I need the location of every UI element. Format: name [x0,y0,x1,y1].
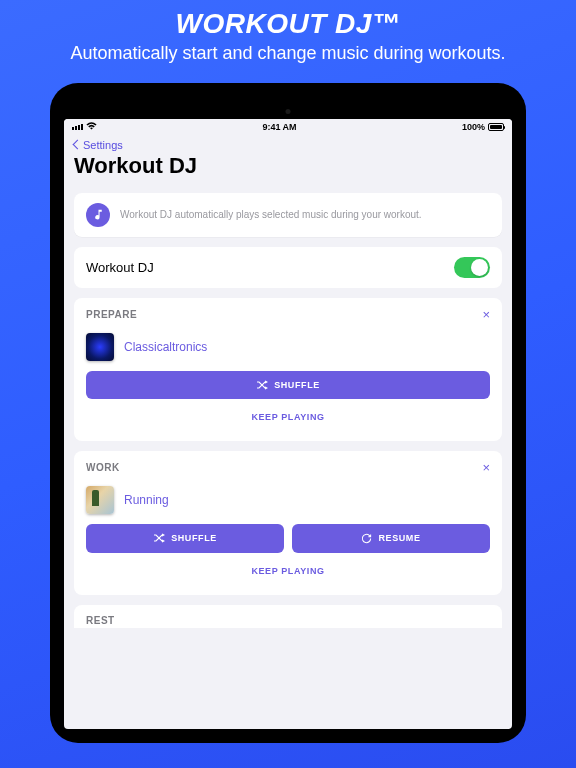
prepare-playlist-name: Classicaltronics [124,340,207,354]
back-label: Settings [83,139,123,151]
battery-percent: 100% [462,122,485,132]
info-text: Workout DJ automatically plays selected … [120,209,422,220]
wifi-icon [86,122,97,132]
work-title: WORK [86,462,120,473]
info-card: Workout DJ automatically plays selected … [74,193,502,237]
album-art-icon [86,486,114,514]
device-frame: 9:41 AM 100% Settings Workout DJ Workout… [50,83,526,743]
resume-label: RESUME [378,533,420,543]
promo-banner: WORKOUT DJ™ Automatically start and chan… [0,0,576,83]
prepare-keep-playing-button[interactable]: KEEP PLAYING [86,403,490,431]
screen: 9:41 AM 100% Settings Workout DJ Workout… [64,119,512,729]
prepare-clear-button[interactable]: × [482,308,490,321]
chevron-left-icon [73,140,83,150]
prepare-playlist-row[interactable]: Classicaltronics [86,329,490,371]
work-section: WORK × Running SHUFFLE [74,451,502,595]
rest-title: REST [86,615,115,626]
work-playlist-row[interactable]: Running [86,482,490,524]
rest-section: REST [74,605,502,628]
prepare-title: PREPARE [86,309,137,320]
workout-dj-toggle-row: Workout DJ [74,247,502,288]
album-art-icon [86,333,114,361]
resume-icon [361,533,372,544]
work-shuffle-button[interactable]: SHUFFLE [86,524,284,553]
toggle-label: Workout DJ [86,260,154,275]
content-area: Workout DJ automatically plays selected … [64,185,512,729]
work-keep-playing-button[interactable]: KEEP PLAYING [86,557,490,585]
camera-dot [286,109,291,114]
promo-title: WORKOUT DJ™ [20,8,556,40]
shuffle-label: SHUFFLE [171,533,217,543]
battery-icon [488,123,504,131]
music-note-icon [86,203,110,227]
prepare-shuffle-button[interactable]: SHUFFLE [86,371,490,399]
status-bar: 9:41 AM 100% [64,119,512,135]
workout-dj-switch[interactable] [454,257,490,278]
shuffle-icon [256,380,268,390]
signal-icon [72,124,83,130]
prepare-section: PREPARE × Classicaltronics SHUFFLE KEEP … [74,298,502,441]
promo-subtitle: Automatically start and change music dur… [20,42,556,65]
status-time: 9:41 AM [262,122,296,132]
back-button[interactable]: Settings [74,139,502,151]
page-title: Workout DJ [74,153,502,179]
shuffle-label: SHUFFLE [274,380,320,390]
nav-bar: Settings Workout DJ [64,135,512,185]
work-playlist-name: Running [124,493,169,507]
work-clear-button[interactable]: × [482,461,490,474]
shuffle-icon [153,533,165,543]
work-resume-button[interactable]: RESUME [292,524,490,553]
